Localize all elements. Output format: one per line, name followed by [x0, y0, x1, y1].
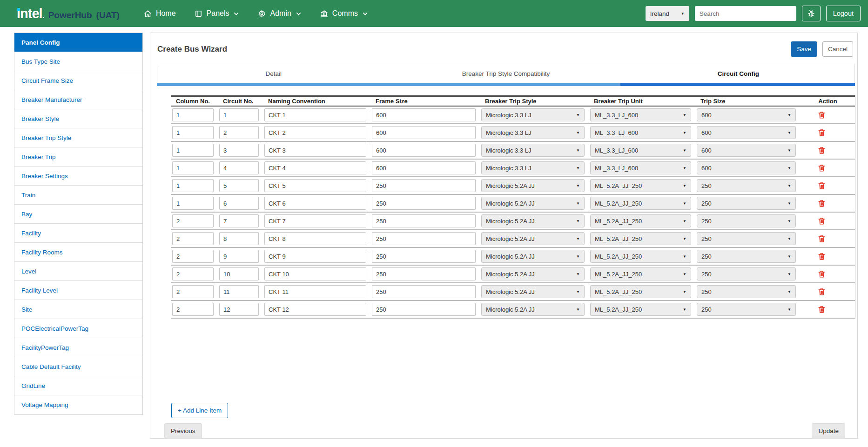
wizard-tab[interactable]: Breaker Trip Style Compatibility [390, 64, 622, 83]
naming-convention-input[interactable] [264, 108, 366, 121]
sidebar-item[interactable]: Breaker Style [14, 109, 142, 128]
breaker-trip-style-select[interactable]: Micrologic 5.2A JJ [481, 303, 585, 316]
delete-row-button[interactable] [817, 181, 826, 190]
delete-row-button[interactable] [817, 199, 826, 208]
breaker-trip-style-select[interactable]: Micrologic 3.3 LJ [481, 108, 585, 121]
breaker-trip-unit-select[interactable]: ML_5.2A_JJ_250 [590, 197, 691, 210]
circuit-no-input[interactable] [219, 179, 259, 192]
nav-item-home[interactable]: Home [144, 9, 176, 18]
sidebar-item[interactable]: Breaker Trip Style [14, 128, 142, 147]
sidebar-item[interactable]: GridLine [14, 376, 142, 395]
circuit-no-input[interactable] [219, 197, 259, 210]
breaker-trip-unit-select[interactable]: ML_5.2A_JJ_250 [590, 250, 691, 263]
naming-convention-input[interactable] [264, 197, 366, 210]
trip-size-select[interactable]: 250 [697, 303, 796, 316]
circuit-no-input[interactable] [219, 161, 259, 174]
breaker-trip-unit-select[interactable]: ML_3.3_LJ_600 [590, 126, 691, 139]
sidebar-item[interactable]: POCElectricalPowerTag [14, 319, 142, 338]
breaker-trip-style-select[interactable]: Micrologic 5.2A JJ [481, 214, 585, 227]
trip-size-select[interactable]: 600 [697, 144, 796, 157]
circuit-no-input[interactable] [219, 250, 259, 263]
delete-row-button[interactable] [817, 110, 826, 120]
delete-row-button[interactable] [817, 252, 826, 261]
delete-row-button[interactable] [817, 269, 826, 279]
trip-size-select[interactable]: 600 [697, 108, 796, 121]
frame-size-input[interactable] [372, 285, 476, 298]
delete-row-button[interactable] [817, 216, 826, 226]
frame-size-input[interactable] [372, 303, 476, 316]
breaker-trip-unit-select[interactable]: ML_3.3_LJ_600 [590, 144, 691, 157]
trip-size-select[interactable]: 250 [697, 232, 796, 245]
column-no-input[interactable] [172, 108, 214, 121]
frame-size-input[interactable] [372, 214, 476, 227]
delete-row-button[interactable] [817, 128, 826, 137]
save-button[interactable]: Save [791, 41, 817, 57]
delete-row-button[interactable] [817, 305, 826, 314]
column-no-input[interactable] [172, 126, 214, 139]
column-no-input[interactable] [172, 179, 214, 192]
trip-size-select[interactable]: 250 [697, 214, 796, 227]
sidebar-item[interactable]: Breaker Settings [14, 167, 142, 186]
circuit-no-input[interactable] [219, 144, 259, 157]
frame-size-input[interactable] [372, 108, 476, 121]
frame-size-input[interactable] [372, 179, 476, 192]
column-no-input[interactable] [172, 161, 214, 174]
trip-size-select[interactable]: 250 [697, 179, 796, 192]
naming-convention-input[interactable] [264, 250, 366, 263]
breaker-trip-unit-select[interactable]: ML_5.2A_JJ_250 [590, 267, 691, 280]
sidebar-item[interactable]: Breaker Manufacturer [14, 90, 142, 109]
breaker-trip-style-select[interactable]: Micrologic 5.2A JJ [481, 179, 585, 192]
bug-button[interactable] [802, 6, 821, 21]
search-input[interactable] [695, 6, 796, 21]
nav-item-panels[interactable]: Panels [195, 9, 240, 18]
frame-size-input[interactable] [372, 197, 476, 210]
breaker-trip-style-select[interactable]: Micrologic 5.2A JJ [481, 197, 585, 210]
sidebar-item[interactable]: FacilityPowerTag [14, 338, 142, 357]
naming-convention-input[interactable] [264, 285, 366, 298]
column-no-input[interactable] [172, 232, 214, 245]
update-button[interactable]: Update [812, 423, 845, 439]
circuit-no-input[interactable] [219, 285, 259, 298]
nav-item-comms[interactable]: Comms [320, 9, 368, 18]
column-no-input[interactable] [172, 144, 214, 157]
frame-size-input[interactable] [372, 267, 476, 280]
region-select[interactable]: Ireland [646, 6, 689, 21]
breaker-trip-style-select[interactable]: Micrologic 3.3 LJ [481, 161, 585, 174]
column-no-input[interactable] [172, 285, 214, 298]
column-no-input[interactable] [172, 267, 214, 280]
sidebar-item[interactable]: Bus Type Site [14, 52, 142, 71]
naming-convention-input[interactable] [264, 214, 366, 227]
breaker-trip-unit-select[interactable]: ML_5.2A_JJ_250 [590, 285, 691, 298]
breaker-trip-style-select[interactable]: Micrologic 5.2A JJ [481, 267, 585, 280]
wizard-tab[interactable]: Detail [157, 64, 390, 83]
sidebar-item[interactable]: Circuit Frame Size [14, 71, 142, 90]
circuit-no-input[interactable] [219, 267, 259, 280]
breaker-trip-style-select[interactable]: Micrologic 5.2A JJ [481, 232, 585, 245]
column-no-input[interactable] [172, 197, 214, 210]
breaker-trip-style-select[interactable]: Micrologic 5.2A JJ [481, 250, 585, 263]
circuit-no-input[interactable] [219, 108, 259, 121]
cancel-button[interactable]: Cancel [822, 41, 853, 57]
wizard-tab[interactable]: Circuit Config [622, 64, 855, 83]
breaker-trip-unit-select[interactable]: ML_5.2A_JJ_250 [590, 303, 691, 316]
sidebar-item[interactable]: Bay [14, 205, 142, 224]
sidebar-item[interactable]: Facility Rooms [14, 243, 142, 262]
sidebar-item[interactable]: Facility [14, 224, 142, 243]
sidebar-item[interactable]: Panel Config [14, 33, 142, 52]
circuit-no-input[interactable] [219, 303, 259, 316]
frame-size-input[interactable] [372, 161, 476, 174]
sidebar-item[interactable]: Level [14, 262, 142, 281]
sidebar-item[interactable]: Cable Default Facility [14, 357, 142, 376]
trip-size-select[interactable]: 250 [697, 285, 796, 298]
delete-row-button[interactable] [817, 234, 826, 243]
column-no-input[interactable] [172, 303, 214, 316]
column-no-input[interactable] [172, 250, 214, 263]
breaker-trip-style-select[interactable]: Micrologic 5.2A JJ [481, 285, 585, 298]
nav-item-admin[interactable]: Admin [258, 9, 301, 18]
delete-row-button[interactable] [817, 163, 826, 173]
frame-size-input[interactable] [372, 144, 476, 157]
column-no-input[interactable] [172, 214, 214, 227]
trip-size-select[interactable]: 250 [697, 197, 796, 210]
frame-size-input[interactable] [372, 250, 476, 263]
sidebar-item[interactable]: Facility Level [14, 281, 142, 300]
